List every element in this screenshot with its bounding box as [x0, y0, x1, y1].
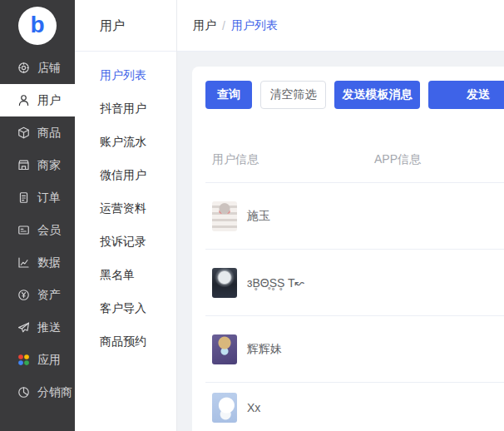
paper-plane-icon — [17, 320, 31, 334]
sidebar-item-label: 应用 — [37, 353, 61, 368]
sidebar-item-member[interactable]: 会员 — [0, 214, 75, 246]
table-row[interactable]: 施玉 — [205, 183, 504, 250]
sidebar-item-label: 推送 — [37, 320, 61, 335]
sidebar-item-label: 商品 — [37, 126, 61, 141]
sidebar-item-user[interactable]: 用户 — [0, 84, 75, 116]
user-name: 辉辉妹 — [247, 342, 282, 357]
send-template-message-button[interactable]: 发送模板消息 — [334, 81, 420, 109]
apps-grid-icon — [17, 353, 31, 367]
sidebar-item-label: 数据 — [37, 255, 61, 270]
sidebar-item-label: 资产 — [37, 288, 61, 303]
user-info-cell: ɜB̥Θ̥S̥S̥ T↜ — [205, 250, 368, 315]
user-info-cell: Xx Xx 17725143036 — [205, 383, 368, 431]
box-icon — [17, 126, 31, 140]
query-button[interactable]: 查询 — [205, 81, 252, 109]
sidebar-item-label: 商家 — [37, 158, 61, 173]
logo-letter: b — [30, 13, 44, 37]
content-area: 查询 清空筛选 发送模板消息 发送 用户信息 APP信息 施玉 — [177, 52, 504, 431]
breadcrumb-bar: 用户 / 用户列表 — [177, 0, 504, 52]
column-header-app-info: APP信息 — [368, 152, 504, 167]
sidebar-item-label: 分销商 — [37, 385, 72, 400]
menu-item-complaint-records[interactable]: 投诉记录 — [75, 225, 176, 258]
logo: b — [0, 0, 75, 52]
main-area: 用户 / 用户列表 查询 清空筛选 发送模板消息 发送 用户信息 APP信息 施… — [177, 0, 504, 431]
menu-item-operation-material[interactable]: 运营资料 — [75, 191, 176, 225]
primary-sidebar: b 店铺 用户 商品 商家 订单 会员 数据 资产 推送 应用 — [0, 0, 75, 431]
clear-filters-button[interactable]: 清空筛选 — [260, 81, 326, 109]
yuan-coin-icon — [17, 288, 31, 302]
user-avatar — [212, 201, 237, 231]
user-info-cell: 施玉 — [205, 183, 368, 249]
sidebar-item-label: 店铺 — [37, 61, 61, 76]
logo-circle: b — [18, 7, 57, 45]
user-name: Xx — [247, 401, 260, 414]
user-info-cell: 辉辉妹 — [205, 316, 368, 382]
toolbar: 查询 清空筛选 发送模板消息 发送 — [205, 81, 504, 109]
person-icon — [17, 93, 31, 107]
menu-item-wechat-users[interactable]: 微信用户 — [75, 158, 176, 191]
sidebar-item-push[interactable]: 推送 — [0, 311, 75, 344]
user-avatar — [212, 268, 237, 298]
table-row[interactable]: ɜB̥Θ̥S̥S̥ T↜ — [205, 250, 504, 316]
secondary-sidebar: 用户 用户列表 抖音用户 账户流水 微信用户 运营资料 投诉记录 黑名单 客户导… — [75, 0, 177, 431]
app-info-cell — [368, 316, 504, 382]
user-name: 施玉 — [247, 209, 270, 224]
sidebar-item-product[interactable]: 商品 — [0, 116, 75, 149]
column-header-user-info: 用户信息 — [205, 152, 368, 167]
app-info-cell — [368, 183, 504, 249]
sidebar-item-distributor[interactable]: 分销商 — [0, 376, 75, 409]
gear-icon — [17, 61, 31, 75]
card-icon — [17, 223, 31, 237]
menu-item-account-flow[interactable]: 账户流水 — [75, 125, 176, 158]
breadcrumb-root: 用户 — [193, 18, 216, 33]
table-header: 用户信息 APP信息 — [205, 137, 504, 183]
sidebar-item-apps[interactable]: 应用 — [0, 344, 75, 376]
send-button[interactable]: 发送 — [428, 81, 504, 109]
sidebar-item-order[interactable]: 订单 — [0, 181, 75, 214]
user-name: ɜB̥Θ̥S̥S̥ T↜ — [247, 276, 304, 290]
menu-item-douyin-users[interactable]: 抖音用户 — [75, 92, 176, 125]
table-row[interactable]: Xx Xx 17725143036 — [205, 383, 504, 431]
menu-item-user-list[interactable]: 用户列表 — [75, 58, 176, 92]
menu-item-customer-import[interactable]: 客户导入 — [75, 291, 176, 324]
store-icon — [17, 158, 31, 172]
app-info-cell — [368, 383, 504, 431]
sidebar-item-label: 会员 — [37, 223, 61, 238]
sidebar-item-label: 用户 — [37, 93, 61, 108]
sidebar-item-asset[interactable]: 资产 — [0, 279, 75, 311]
table-row[interactable]: 辉辉妹 — [205, 316, 504, 383]
user-avatar — [212, 393, 237, 423]
sidebar-item-shop[interactable]: 店铺 — [0, 52, 75, 84]
sidebar-item-merchant[interactable]: 商家 — [0, 149, 75, 181]
menu-item-blacklist[interactable]: 黑名单 — [75, 258, 176, 291]
pie-chart-icon — [17, 385, 31, 399]
secondary-sidebar-list: 用户列表 抖音用户 账户流水 微信用户 运营资料 投诉记录 黑名单 客户导入 商… — [75, 52, 176, 358]
chart-icon — [17, 255, 31, 270]
secondary-sidebar-title: 用户 — [75, 0, 176, 52]
sidebar-item-data[interactable]: 数据 — [0, 246, 75, 279]
app-info-cell — [368, 250, 504, 315]
breadcrumb-current[interactable]: 用户列表 — [231, 18, 278, 33]
menu-item-product-reservation[interactable]: 商品预约 — [75, 324, 176, 358]
document-icon — [17, 191, 31, 205]
breadcrumb-separator: / — [222, 19, 225, 32]
sidebar-item-label: 订单 — [37, 191, 61, 206]
user-avatar — [212, 334, 237, 364]
user-list-panel: 查询 清空筛选 发送模板消息 发送 用户信息 APP信息 施玉 — [192, 67, 504, 431]
